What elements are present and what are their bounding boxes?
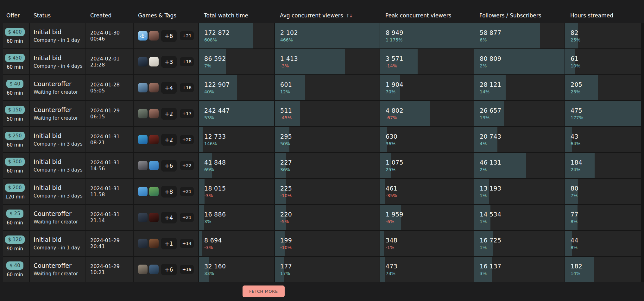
game-thumbnail[interactable]: 🕹	[138, 31, 148, 41]
hours-streamed-change: 25%	[571, 89, 641, 94]
col-header-avg-concurrent-viewers-label: Avg concurrent viewers	[280, 12, 343, 19]
more-games-badge[interactable]: +6	[161, 264, 177, 275]
offer-duration: 60 min	[7, 220, 23, 226]
game-thumbnail[interactable]	[138, 109, 148, 118]
peak-concurrent-viewers-cell: 1 904 70%	[380, 75, 474, 100]
total-watch-time-value: 18 015	[204, 185, 274, 192]
more-tags-badge[interactable]: +21	[180, 187, 194, 196]
game-thumbnail[interactable]	[149, 135, 159, 144]
game-thumbnail[interactable]	[149, 31, 159, 41]
more-games-badge[interactable]: +8	[161, 186, 177, 198]
created-cell: 2024-02-01 21:28	[85, 49, 133, 74]
offer-duration: 60 min	[7, 272, 23, 278]
col-header-games-tags[interactable]: Games & Tags	[134, 0, 198, 23]
game-thumbnail[interactable]	[149, 83, 159, 92]
more-tags-badge[interactable]: +22	[180, 161, 194, 170]
hours-streamed-value: 43	[571, 133, 641, 140]
game-thumbnail[interactable]	[149, 213, 159, 222]
status-sublabel: Company - in 3 days	[34, 141, 85, 147]
game-thumbnail[interactable]	[138, 265, 148, 274]
avg-concurrent-viewers-value: 227	[280, 159, 380, 166]
more-tags-badge[interactable]: +21	[180, 213, 194, 222]
offer-amount-badge: $ 150	[5, 106, 25, 114]
more-tags-badge[interactable]: +19	[180, 265, 194, 274]
avg-concurrent-viewers-value: 2 102	[280, 29, 380, 36]
hours-streamed-cell: 61 10%	[565, 49, 641, 74]
col-header-hours-streamed[interactable]: Hours streamed	[565, 0, 641, 23]
avg-concurrent-viewers-cell: 227 36%	[275, 153, 380, 178]
more-tags-badge[interactable]: +14	[180, 239, 194, 248]
more-games-badge[interactable]: +4	[161, 82, 177, 94]
offer-cell: $ 40 60 min	[3, 257, 29, 282]
offer-amount-badge: $ 200	[5, 184, 25, 192]
status-cell: Initial bid Company - in 4 days	[30, 49, 85, 74]
game-thumbnail[interactable]	[149, 109, 159, 118]
offer-amount-badge: $ 250	[5, 132, 25, 140]
more-games-badge[interactable]: +6	[161, 30, 177, 42]
status-label: Initial bid	[34, 184, 85, 191]
more-tags-badge[interactable]: +18	[180, 57, 194, 66]
peak-concurrent-viewers-value: 473	[386, 263, 474, 270]
game-thumbnail[interactable]	[138, 57, 148, 66]
fetch-more-button[interactable]: FETCH MORE	[243, 285, 285, 297]
followers-subscribers-cell: 13 193 1%	[474, 179, 565, 204]
more-games-badge[interactable]: +3	[161, 56, 177, 68]
offer-duration: 60 min	[7, 168, 23, 174]
total-watch-time-change: 7%	[204, 63, 274, 68]
peak-concurrent-viewers-value: 1 075	[386, 159, 474, 166]
games-tags-cell: 🕹 +6 +21	[134, 23, 198, 48]
offer-amount-badge: $ 40	[6, 80, 23, 88]
value-bar	[380, 257, 385, 282]
hours-streamed-change: 14%	[571, 271, 641, 276]
col-header-created[interactable]: Created	[85, 0, 133, 23]
more-games-badge[interactable]: +2	[161, 108, 177, 120]
game-thumbnail[interactable]	[149, 161, 159, 170]
game-thumbnail[interactable]	[138, 161, 148, 170]
more-tags-badge[interactable]: +20	[180, 135, 194, 144]
col-header-status[interactable]: Status	[30, 0, 85, 23]
game-thumbnail[interactable]	[149, 57, 159, 66]
more-tags-badge[interactable]: +16	[180, 83, 194, 92]
col-header-offer[interactable]: Offer	[3, 0, 29, 23]
created-cell: 2024-01-31 11:58	[85, 179, 133, 204]
peak-concurrent-viewers-cell: 348 -1%	[380, 231, 474, 256]
col-header-followers-subscribers[interactable]: Followers / Subscribers	[474, 0, 565, 23]
offer-amount-badge: $ 40	[6, 261, 23, 270]
col-header-status-label: Status	[34, 12, 51, 19]
more-tags-badge[interactable]: +17	[180, 109, 194, 118]
game-thumbnail[interactable]	[149, 187, 159, 196]
followers-subscribers-change: 1%	[480, 193, 565, 198]
col-header-avg-concurrent-viewers[interactable]: Avg concurrent viewers ↑↓	[275, 0, 380, 23]
game-thumbnail[interactable]	[138, 83, 148, 92]
col-header-total-watch-time[interactable]: Total watch time	[199, 0, 274, 23]
followers-subscribers-value: 14 534	[480, 211, 565, 218]
offer-cell: $ 120 90 min	[3, 231, 29, 256]
more-games-badge[interactable]: +1	[161, 238, 177, 249]
peak-concurrent-viewers-value: 1 959	[386, 211, 474, 218]
peak-concurrent-viewers-cell: 461 -35%	[380, 179, 474, 204]
followers-subscribers-value: 16 725	[480, 237, 565, 244]
offer-duration: 120 min	[5, 194, 25, 200]
total-watch-time-cell: 242 447 53%	[199, 101, 274, 126]
created-timestamp: 2024-01-28 05:05	[90, 82, 133, 94]
sort-indicator[interactable]: ↑↓	[346, 13, 352, 19]
avg-concurrent-viewers-cell: 177 17%	[275, 257, 380, 282]
avg-concurrent-viewers-cell: 2 102 466%	[275, 23, 380, 48]
game-thumbnail[interactable]	[149, 265, 159, 274]
game-thumbnail[interactable]	[138, 135, 148, 144]
game-thumbnail[interactable]	[138, 213, 148, 222]
value-bar	[199, 231, 202, 256]
avg-concurrent-viewers-change: -5%	[280, 219, 380, 224]
hours-streamed-cell: 205 25%	[565, 75, 641, 100]
more-games-badge[interactable]: +2	[161, 134, 177, 146]
game-thumbnail[interactable]	[138, 187, 148, 196]
more-games-badge[interactable]: +4	[161, 212, 177, 223]
more-tags-badge[interactable]: +21	[180, 31, 194, 40]
game-thumbnail[interactable]	[149, 239, 159, 248]
followers-subscribers-change: 4%	[480, 141, 565, 146]
more-games-badge[interactable]: +6	[161, 160, 177, 172]
game-thumbnail[interactable]	[138, 239, 148, 248]
col-header-peak-concurrent-viewers[interactable]: Peak concurrent viewers	[380, 0, 474, 23]
table-footer: FETCH MORE	[0, 282, 644, 300]
followers-subscribers-change: 13%	[480, 115, 565, 120]
